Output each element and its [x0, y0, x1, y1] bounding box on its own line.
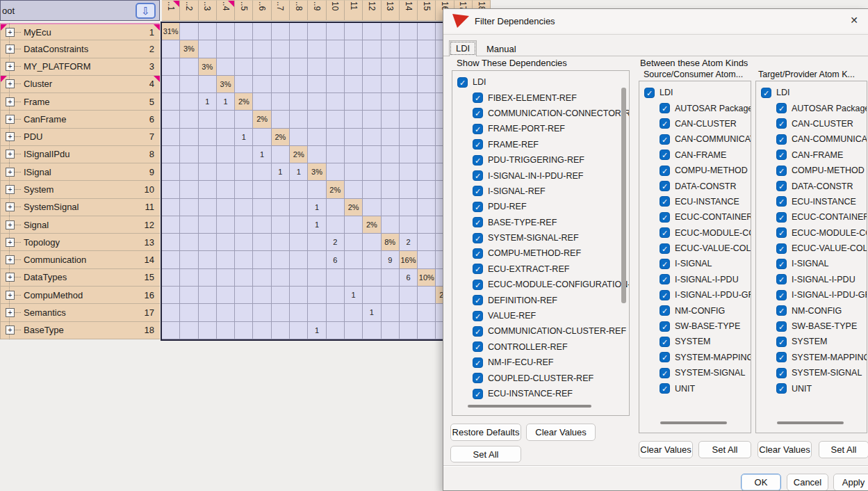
clear-values-button-target[interactable]: Clear Values: [758, 441, 812, 458]
checkbox-item[interactable]: ✓AUTOSAR Package: [776, 100, 867, 115]
matrix-cell[interactable]: [400, 111, 418, 128]
checkbox-checked-icon[interactable]: ✓: [473, 186, 483, 196]
matrix-column-header[interactable]: 11: [345, 0, 363, 21]
checkbox-item[interactable]: ✓DATA-CONSTR: [776, 178, 867, 193]
matrix-cell[interactable]: [235, 251, 253, 268]
checkbox-item[interactable]: ✓ECUC-VALUE-COLLEC: [776, 241, 867, 256]
matrix-cell[interactable]: 2%: [290, 146, 308, 163]
checkbox-item[interactable]: ✓I-SIGNAL: [776, 256, 867, 271]
matrix-cell[interactable]: [217, 58, 235, 76]
expand-icon[interactable]: +: [6, 168, 15, 177]
checkbox-checked-icon[interactable]: ✓: [473, 217, 483, 227]
matrix-cell[interactable]: [162, 287, 180, 304]
checkbox-checked-icon[interactable]: ✓: [660, 150, 670, 160]
matrix-cell[interactable]: [327, 93, 345, 111]
matrix-cell[interactable]: [162, 93, 180, 111]
matrix-cell[interactable]: [199, 304, 217, 321]
checkbox-checked-icon[interactable]: ✓: [473, 280, 483, 290]
checkbox-item[interactable]: ✓ECUC-MODULE-CONFIGURATION-V: [473, 277, 629, 292]
matrix-column-header[interactable]: ..1: [162, 0, 180, 21]
matrix-cell[interactable]: 16%: [400, 251, 418, 268]
matrix-cell[interactable]: [253, 40, 271, 58]
checkbox-checked-icon[interactable]: ✓: [473, 248, 483, 259]
checkbox-checked-icon[interactable]: ✓: [776, 134, 787, 145]
sort-arrow-button[interactable]: ⇩: [136, 3, 156, 19]
matrix-cell[interactable]: [363, 251, 381, 268]
matrix-cell[interactable]: [400, 287, 418, 304]
checkbox-checked-icon[interactable]: ✓: [660, 383, 670, 394]
matrix-cell[interactable]: [345, 93, 363, 111]
matrix-row-header[interactable]: +CompuMethod16: [1, 287, 160, 304]
expand-icon[interactable]: +: [6, 291, 15, 300]
checkbox-checked-icon[interactable]: ✓: [660, 259, 670, 269]
checkbox-checked-icon[interactable]: ✓: [473, 326, 483, 337]
checkbox-item[interactable]: ✓COMMUNICATION-CLUSTER-REF: [473, 323, 629, 339]
checkbox-item[interactable]: ✓BASE-TYPE-REF: [473, 215, 629, 230]
matrix-cell[interactable]: [308, 146, 326, 163]
matrix-cell[interactable]: [253, 322, 271, 339]
matrix-cell[interactable]: [400, 76, 418, 93]
matrix-cell[interactable]: [199, 146, 217, 163]
matrix-cell[interactable]: [400, 304, 418, 321]
matrix-cell[interactable]: [345, 58, 363, 76]
matrix-cell[interactable]: 6: [327, 251, 345, 268]
matrix-cell[interactable]: [382, 146, 400, 163]
matrix-cell[interactable]: [382, 58, 400, 76]
checkbox-item[interactable]: ✓SW-BASE-TYPE: [660, 319, 751, 334]
matrix-cell[interactable]: 2: [327, 234, 345, 251]
matrix-cell[interactable]: [345, 76, 363, 93]
matrix-cell[interactable]: [327, 322, 345, 339]
expand-icon[interactable]: +: [6, 273, 15, 282]
matrix-cell[interactable]: [272, 287, 290, 304]
expand-icon[interactable]: +: [6, 45, 15, 54]
vertical-scrollbar[interactable]: [621, 88, 626, 303]
matrix-cell[interactable]: [327, 163, 345, 181]
checkbox-item[interactable]: ✓SYSTEM-MAPPING: [776, 350, 867, 365]
target-atoms-list[interactable]: ✓LDI✓AUTOSAR Package✓CAN-CLUSTER✓CAN-COM…: [755, 81, 867, 433]
matrix-cell[interactable]: [162, 199, 180, 216]
matrix-row-header[interactable]: +Communication14: [1, 251, 160, 268]
checkbox-item[interactable]: ✓CONTROLLER-REF: [473, 339, 629, 355]
matrix-cell[interactable]: [308, 234, 326, 251]
expand-icon[interactable]: +: [6, 238, 15, 247]
matrix-cell[interactable]: [382, 181, 400, 198]
matrix-cell[interactable]: 1: [199, 93, 217, 111]
checkbox-item[interactable]: ✓I-SIGNAL-IN-I-PDU-REF: [473, 168, 629, 183]
matrix-cell[interactable]: [308, 93, 326, 111]
matrix-cell[interactable]: [418, 216, 436, 234]
matrix-cell[interactable]: [382, 76, 400, 93]
checkbox-checked-icon[interactable]: ✓: [776, 118, 787, 129]
matrix-row-header[interactable]: +CanFrame6: [1, 111, 160, 128]
matrix-column-header[interactable]: ..6: [253, 0, 271, 21]
checkbox-item[interactable]: ✓CAN-FRAME: [776, 147, 867, 163]
checkbox-item[interactable]: ✓SYSTEM: [660, 334, 751, 349]
matrix-cell[interactable]: [400, 58, 418, 76]
horizontal-scrollbar[interactable]: [468, 405, 591, 408]
matrix-cell[interactable]: [363, 322, 381, 339]
matrix-cell[interactable]: [327, 23, 345, 40]
checkbox-checked-icon[interactable]: ✓: [776, 150, 787, 160]
expand-icon[interactable]: +: [6, 62, 15, 71]
matrix-cell[interactable]: [199, 23, 217, 40]
matrix-cell[interactable]: [290, 129, 308, 146]
cancel-button[interactable]: Cancel: [787, 474, 828, 491]
checkbox-item[interactable]: ✓SYSTEM-SIGNAL: [776, 365, 867, 380]
matrix-cell[interactable]: [308, 251, 326, 268]
checkbox-item[interactable]: ✓ECUC-CONTAINER-VA: [776, 209, 867, 225]
matrix-cell[interactable]: [363, 58, 381, 76]
matrix-cell[interactable]: [253, 287, 271, 304]
checkbox-checked-icon[interactable]: ✓: [776, 103, 787, 113]
matrix-row-header[interactable]: +Semantics17: [1, 304, 160, 321]
matrix-cell[interactable]: [162, 146, 180, 163]
matrix-cell[interactable]: [253, 93, 271, 111]
checkbox-checked-icon[interactable]: ✓: [761, 88, 771, 98]
checkbox-checked-icon[interactable]: ✓: [776, 274, 787, 284]
matrix-cell[interactable]: [217, 146, 235, 163]
matrix-cell[interactable]: [217, 216, 235, 234]
checkbox-item[interactable]: ✓COUPLED-CLUSTER-REF: [473, 370, 629, 385]
matrix-cell[interactable]: [345, 269, 363, 287]
checkbox-item[interactable]: ✓SW-BASE-TYPE: [776, 319, 867, 334]
expand-icon[interactable]: +: [6, 97, 15, 106]
expand-icon[interactable]: +: [6, 202, 15, 211]
matrix-cell[interactable]: [199, 322, 217, 339]
